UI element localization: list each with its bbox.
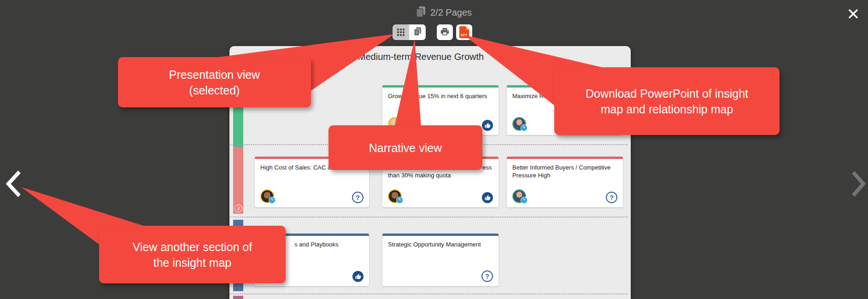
callout-text: (selected) (189, 82, 240, 98)
section-bar-red (233, 147, 243, 214)
narrative-view-button[interactable] (409, 24, 426, 40)
question-button[interactable]: ? (352, 192, 364, 203)
close-icon[interactable] (847, 7, 860, 20)
view-toolbar (393, 24, 426, 40)
chevron-right-icon (850, 170, 867, 197)
like-button[interactable] (352, 271, 364, 282)
like-button[interactable] (482, 120, 493, 131)
edit-badge-icon: ✎ (521, 124, 528, 131)
ppt-file-icon: PPT (459, 26, 469, 38)
next-section-button[interactable] (850, 170, 867, 199)
like-button[interactable] (482, 192, 493, 203)
card-title: s and Playbooks (294, 240, 338, 248)
section-divider (230, 293, 628, 294)
grid-view-icon (397, 29, 405, 36)
card-title-line1: ess (482, 164, 492, 171)
presentation-view-button[interactable] (393, 24, 409, 40)
callout-text: the insight map (153, 255, 232, 270)
avatar: ✎ (260, 189, 274, 203)
insight-card[interactable]: Strategic Opportunity Management ? (382, 234, 499, 286)
card-title-line2: than 30% making quota (388, 172, 451, 179)
previous-section-button[interactable] (5, 170, 23, 200)
insight-card[interactable]: Better Informed Buyers / Competitive Pre… (507, 157, 623, 207)
callout-text: Narrative view (369, 140, 442, 156)
printer-icon (440, 27, 450, 38)
avatar: ✎ (512, 189, 526, 203)
narrative-view-icon (412, 26, 422, 38)
card-title: Better Informed Buyers / Competitive Pre… (512, 164, 617, 179)
question-button[interactable]: ? (606, 192, 617, 203)
card-title: Strategic Opportunity Management (388, 240, 493, 248)
info-icon-red[interactable]: i (235, 205, 242, 212)
edit-badge-icon: ✎ (396, 197, 403, 204)
section-divider (230, 217, 628, 217)
page-count-label: 2/2 Pages (430, 7, 472, 18)
edit-badge-icon: ✎ (269, 197, 276, 204)
print-button[interactable] (437, 24, 453, 40)
pages-icon (415, 6, 427, 20)
chevron-left-icon (5, 170, 23, 198)
callout-text: map and relationship map (601, 101, 733, 117)
callout-download-ppt: Download PowerPoint of insight map and r… (554, 67, 780, 135)
callout-narrative-view: Narrative view (328, 125, 482, 170)
avatar: ✎ (388, 189, 402, 203)
avatar: ✎ (512, 117, 526, 131)
page-indicator: 2/2 Pages (415, 6, 472, 20)
download-ppt-button[interactable]: PPT (456, 24, 472, 40)
callout-text: Download PowerPoint of insight (586, 86, 748, 101)
callout-section-nav: View another section of the insight map (99, 226, 286, 283)
card-title: Grow revenue 15% in next 6 quarters (388, 92, 493, 100)
edit-badge-icon: ✎ (521, 197, 528, 204)
callout-presentation-view: Presentation view (selected) (118, 57, 311, 107)
callout-text: View another section of (133, 239, 252, 255)
presentation-overlay: 2/2 Pages (0, 0, 868, 299)
view-mode-toggle (393, 24, 426, 40)
section-bar-pink (233, 296, 243, 299)
callout-text: Presentation view (169, 67, 260, 82)
question-button[interactable]: ? (481, 270, 493, 282)
